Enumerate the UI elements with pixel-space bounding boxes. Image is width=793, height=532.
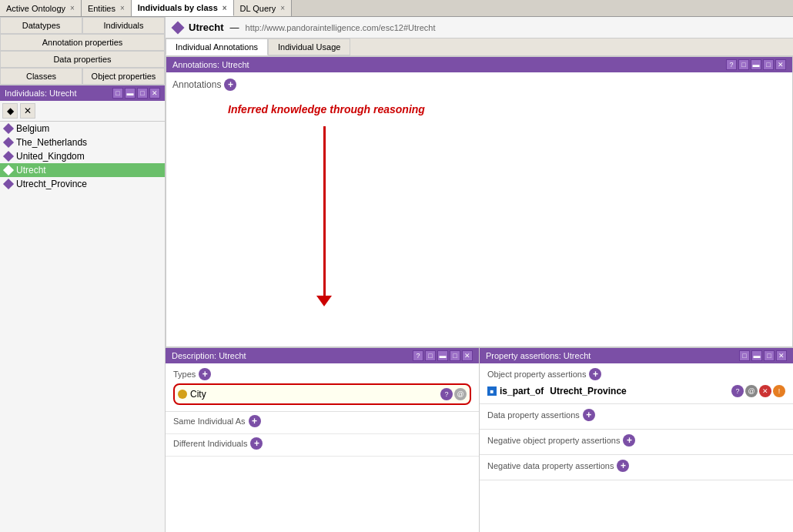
property-name: is_part_of	[500, 386, 544, 396]
individuals-section-header: Individuals: Utrecht □ ▬ □ ✕	[0, 85, 165, 101]
sidebar-nav: Datatypes Individuals Annotation propert…	[0, 17, 165, 85]
sub-tab-annotations[interactable]: Individual Annotations	[166, 38, 268, 55]
desc-icon-4[interactable]: □	[450, 350, 460, 361]
individual-item-netherlands[interactable]: The_Netherlands	[0, 136, 165, 149]
annotations-add-button[interactable]: +	[224, 79, 236, 91]
tab-close-dl-query[interactable]: ×	[280, 4, 285, 12]
prop-icon-4[interactable]: ✕	[776, 350, 787, 361]
prop-btn-orange[interactable]: !	[773, 385, 785, 397]
same-individual-label: Same Individual As +	[173, 415, 471, 427]
tool-cross[interactable]: ✕	[20, 103, 35, 119]
individual-header: Utrecht — http://www.pandoraintelligence…	[166, 17, 793, 38]
description-panel-header: Description: Utrecht ? □ ▬ □ ✕	[166, 348, 479, 363]
inferred-arrow	[316, 126, 332, 306]
ann-icon-3[interactable]: ▬	[751, 59, 761, 70]
property-panel: Property assertions: Utrecht □ ▬ □ ✕ Obj…	[480, 348, 793, 532]
neg-object-add-button[interactable]: +	[623, 434, 635, 447]
header-icon-1[interactable]: □	[112, 88, 123, 99]
individual-item-utrecht-province[interactable]: Utrecht_Province	[0, 177, 165, 191]
type-icon-purple[interactable]: ?	[440, 388, 453, 400]
prop-btn-purple[interactable]: ?	[731, 385, 744, 397]
different-individuals-section: Different Individuals +	[166, 434, 479, 457]
header-icon-2[interactable]: ▬	[125, 88, 136, 99]
individual-item-belgium[interactable]: Belgium	[0, 122, 165, 136]
neg-object-property-section: Negative object property assertions +	[480, 430, 793, 455]
tab-entities[interactable]: Entities ×	[82, 0, 132, 16]
data-property-add-button[interactable]: +	[583, 409, 595, 421]
neg-data-add-button[interactable]: +	[617, 460, 629, 472]
sidebar: Datatypes Individuals Annotation propert…	[0, 17, 166, 532]
individual-label-utrecht: Utrecht	[16, 165, 46, 176]
nav-data-properties[interactable]: Data properties	[0, 51, 165, 68]
property-action-icons: ? @ ✕ !	[731, 385, 785, 397]
type-icon-gray[interactable]: @	[454, 388, 467, 400]
nav-annotation-properties[interactable]: Annotation properties	[0, 34, 165, 51]
types-highlight-box: City ? @	[173, 383, 471, 405]
sidebar-tools: ◆ ✕	[0, 101, 165, 122]
desc-header-icons: ? □ ▬ □ ✕	[413, 350, 473, 361]
inferred-knowledge-label: Inferred knowledge through reasoning	[228, 103, 425, 115]
tool-diamond[interactable]: ◆	[2, 103, 18, 119]
content-area: Utrecht — http://www.pandoraintelligence…	[166, 17, 793, 532]
same-individual-section: Same Individual As +	[166, 412, 479, 434]
desc-icon-2[interactable]: □	[425, 350, 436, 361]
annotations-label: Annotations	[172, 79, 221, 90]
header-dash: —	[230, 22, 239, 33]
tab-close-individuals-by-class[interactable]: ×	[223, 4, 227, 12]
ann-icon-1[interactable]: ?	[726, 59, 737, 70]
header-icon-3[interactable]: □	[137, 88, 148, 99]
individual-label-uk: United_Kingdom	[16, 151, 85, 162]
same-individual-add-button[interactable]: +	[249, 415, 261, 427]
tab-individuals-by-class[interactable]: Individuals by class ×	[132, 0, 234, 16]
neg-data-property-label: Negative data property assertions +	[487, 460, 785, 472]
type-action-icons: ? @	[440, 388, 467, 400]
types-add-button[interactable]: +	[199, 368, 211, 380]
desc-icon-3[interactable]: ▬	[437, 350, 448, 361]
individuals-section-title: Individuals: Utrecht	[5, 89, 77, 98]
individual-name: Utrecht	[189, 22, 224, 33]
neg-object-property-label: Negative object property assertions +	[487, 434, 785, 447]
prop-icon-2[interactable]: ▬	[751, 350, 762, 361]
prop-btn-gray[interactable]: @	[745, 385, 758, 397]
section-header-icons: □ ▬ □ ✕	[112, 88, 160, 99]
annotation-add-row: Annotations +	[172, 79, 786, 91]
individual-item-uk[interactable]: United_Kingdom	[0, 149, 165, 163]
annotations-panel-title: Annotations: Utrecht	[172, 60, 249, 69]
diamond-icon-utrecht	[3, 165, 14, 176]
tab-dl-query[interactable]: DL Query ×	[234, 0, 293, 16]
individual-label-belgium: Belgium	[16, 123, 49, 134]
header-icon-4[interactable]: ✕	[149, 88, 160, 99]
prop-btn-red[interactable]: ✕	[759, 385, 771, 397]
data-property-section: Data property assertions +	[480, 404, 793, 430]
ann-icon-5[interactable]: ✕	[775, 59, 786, 70]
sub-tab-usage[interactable]: Individual Usage	[268, 38, 350, 55]
nav-classes[interactable]: Classes	[0, 68, 82, 85]
object-property-add-button[interactable]: +	[589, 368, 601, 380]
prop-icon-1[interactable]: □	[739, 350, 750, 361]
tab-active-ontology[interactable]: Active Ontology ×	[0, 0, 82, 16]
ann-icon-4[interactable]: □	[763, 59, 774, 70]
property-value: Utrecht_Province	[550, 386, 626, 396]
tab-close-active-ontology[interactable]: ×	[70, 4, 75, 12]
annotations-header-icons: ? □ ▬ □ ✕	[726, 59, 786, 70]
arrow-line	[323, 126, 326, 296]
nav-object-properties[interactable]: Object properties	[82, 68, 165, 85]
different-individuals-label: Different Individuals +	[173, 437, 471, 450]
is-part-of-property: ■ is_part_of Utrecht_Province ? @ ✕ !	[487, 383, 785, 399]
prop-icon-3[interactable]: □	[764, 350, 775, 361]
desc-icon-1[interactable]: ?	[413, 350, 423, 361]
arrow-head	[316, 296, 332, 306]
annotations-panel-header: Annotations: Utrecht ? □ ▬ □ ✕	[166, 57, 792, 72]
diamond-icon-uk	[3, 151, 14, 162]
different-individuals-add-button[interactable]: +	[250, 437, 263, 450]
nav-individuals[interactable]: Individuals	[82, 17, 165, 34]
desc-icon-5[interactable]: ✕	[462, 350, 473, 361]
object-property-section: Object property assertions + ■ is_part_o…	[480, 363, 793, 404]
individual-url: http://www.pandoraintelligence.com/esc12…	[246, 23, 436, 32]
nav-datatypes[interactable]: Datatypes	[0, 17, 82, 34]
tab-close-entities[interactable]: ×	[120, 4, 125, 12]
ann-icon-2[interactable]: □	[738, 59, 749, 70]
types-label: Types +	[173, 368, 471, 380]
individual-item-utrecht[interactable]: Utrecht	[0, 163, 165, 177]
individual-list: Belgium The_Netherlands United_Kingdom U…	[0, 122, 165, 532]
